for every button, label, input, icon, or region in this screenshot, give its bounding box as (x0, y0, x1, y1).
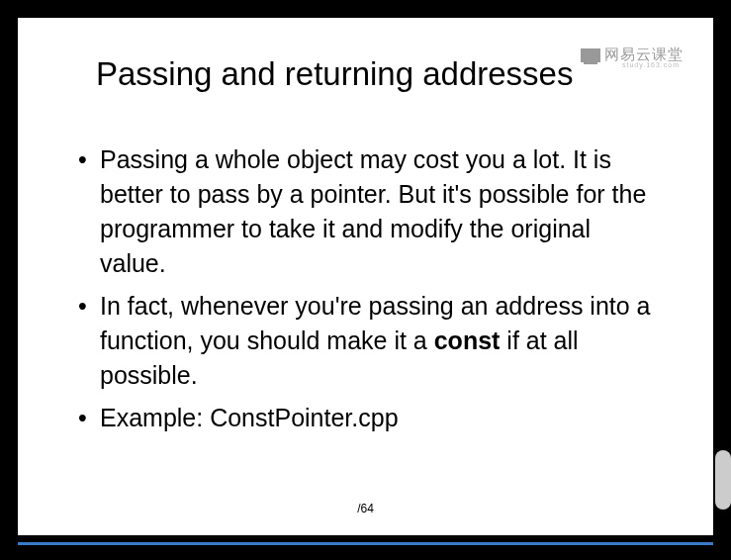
watermark-subtext: study.163.com (622, 61, 680, 68)
progress-bar[interactable] (18, 542, 713, 545)
page-number: /64 (357, 502, 374, 515)
bullet-list: Passing a whole object may cost you a lo… (72, 142, 659, 435)
scrollbar-thumb[interactable] (715, 450, 731, 510)
bullet-text: Passing a whole object may cost you a lo… (100, 145, 646, 277)
slide-container: 网易云课堂 study.163.com Passing and returnin… (18, 18, 713, 535)
bullet-item: Example: ConstPointer.cpp (72, 401, 659, 435)
bullet-item: In fact, whenever you're passing an addr… (72, 289, 659, 393)
bullet-text-bold: const (434, 327, 501, 354)
slide-title: Passing and returning addresses (96, 55, 659, 93)
bullet-text: Example: ConstPointer.cpp (100, 404, 399, 431)
monitor-icon (581, 48, 600, 62)
bullet-item: Passing a whole object may cost you a lo… (72, 142, 659, 281)
